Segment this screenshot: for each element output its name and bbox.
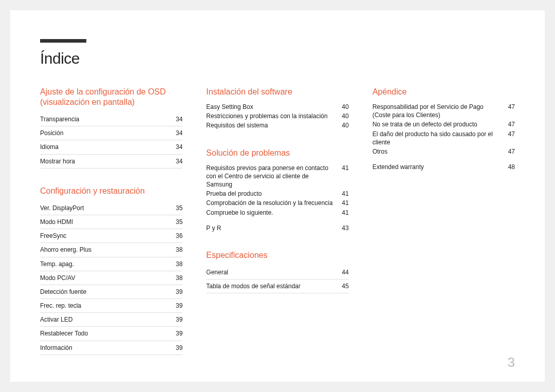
toc-page: 39	[173, 315, 182, 324]
toc-entry[interactable]: Idioma34	[40, 140, 182, 154]
toc-page: 34	[173, 115, 182, 123]
toc-label: Extended warranty	[373, 163, 506, 171]
toc-label: Modo HDMI	[40, 218, 173, 226]
toc-page: 35	[173, 218, 182, 226]
toc-page: 41	[340, 164, 349, 172]
toc-entry[interactable]: Temp. apag.38	[40, 257, 182, 271]
toc-column-3: Apéndice Responsabilidad por el Servicio…	[373, 87, 515, 372]
toc-label: Prueba del producto	[206, 190, 339, 198]
toc-entry[interactable]: Requisitos previos para ponerse en conta…	[206, 163, 348, 190]
toc-entry[interactable]: Transparencia34	[40, 113, 182, 126]
toc-page: 41	[340, 190, 349, 198]
toc-page: 38	[173, 246, 182, 254]
toc-page: 47	[506, 120, 515, 128]
section-heading: Configuración y restauración	[40, 186, 182, 196]
toc-page: 44	[340, 268, 349, 276]
toc-entry[interactable]: P y R43	[206, 223, 348, 233]
section-heading: Apéndice	[373, 87, 515, 97]
toc-page: 39	[173, 288, 182, 296]
toc-entry[interactable]: Modo HDMI35	[40, 215, 182, 229]
toc-page: 35	[173, 204, 182, 212]
toc-section-config: Configuración y restauración Ver. Displa…	[40, 186, 182, 355]
toc-entry[interactable]: Extended warranty48	[373, 162, 515, 172]
toc-label: Ver. DisplayPort	[40, 204, 173, 212]
section-heading: Especificaciones	[206, 250, 348, 260]
toc-label: Idioma	[40, 143, 173, 151]
toc-label: Requisitos del sistema	[206, 121, 339, 129]
toc-entry[interactable]: No se trata de un defecto del producto47	[373, 120, 515, 129]
toc-column-2: Instalación del software Easy Setting Bo…	[206, 87, 348, 372]
toc-section-troubleshoot: Solución de problemas Requisitos previos…	[206, 148, 348, 233]
toc-page: 34	[173, 129, 182, 137]
toc-label: Transparencia	[40, 115, 173, 123]
toc-columns: Ajuste de la configuración de OSD (visua…	[40, 87, 515, 372]
toc-label: Restablecer Todo	[40, 329, 173, 338]
toc-entry[interactable]: Compruebe lo siguiente.41	[206, 208, 348, 217]
toc-label: Modo PC/AV	[40, 274, 173, 282]
page-title: Índice	[40, 50, 515, 67]
toc-section-osd: Ajuste de la configuración de OSD (visua…	[40, 87, 182, 169]
toc-entry[interactable]: Responsabilidad por el Servicio de Pago …	[373, 102, 515, 120]
toc-label: Restricciones y problemas con la instala…	[206, 112, 339, 120]
toc-entry[interactable]: Posición34	[40, 126, 182, 140]
page-number: 3	[508, 354, 515, 370]
toc-entry[interactable]: Restablecer Todo39	[40, 327, 182, 341]
title-accent-bar	[40, 39, 86, 43]
toc-page: 47	[506, 147, 515, 156]
toc-label: Tabla de modos de señal estándar	[206, 282, 339, 290]
toc-page: 39	[173, 302, 182, 310]
toc-label: No se trata de un defecto del producto	[373, 120, 506, 128]
toc-entry[interactable]: Mostrar hora34	[40, 155, 182, 169]
section-heading: Instalación del software	[206, 87, 348, 97]
toc-entry[interactable]: Modo PC/AV38	[40, 271, 182, 285]
toc-page: 34	[173, 157, 182, 165]
toc-entry[interactable]: Easy Setting Box40	[206, 102, 348, 111]
toc-label: Detección fuente	[40, 288, 173, 296]
section-heading: Ajuste de la configuración de OSD (visua…	[40, 87, 182, 107]
toc-page: 40	[340, 103, 349, 111]
toc-label: Posición	[40, 129, 173, 137]
toc-page: 34	[173, 143, 182, 151]
toc-label: Información	[40, 344, 173, 352]
toc-label: Compruebe lo siguiente.	[206, 209, 339, 217]
toc-label: Otros	[373, 147, 506, 156]
toc-entry[interactable]: General44	[206, 266, 348, 279]
toc-entry[interactable]: Prueba del producto41	[206, 189, 348, 198]
toc-entry[interactable]: Otros47	[373, 147, 515, 156]
toc-entry[interactable]: Ver. DisplayPort35	[40, 201, 182, 215]
toc-page: 36	[173, 232, 182, 240]
toc-entry[interactable]: Requisitos del sistema40	[206, 121, 348, 130]
toc-page: 40	[340, 121, 349, 129]
toc-entry[interactable]: Detección fuente39	[40, 285, 182, 299]
toc-column-1: Ajuste de la configuración de OSD (visua…	[40, 87, 182, 372]
toc-entry[interactable]: FreeSync36	[40, 229, 182, 243]
toc-page: 47	[506, 130, 515, 138]
toc-label: Comprobación de la resolución y la frecu…	[206, 199, 339, 207]
toc-entry[interactable]: Información39	[40, 341, 182, 355]
toc-label: Responsabilidad por el Servicio de Pago …	[373, 103, 506, 119]
toc-label: Activar LED	[40, 315, 173, 324]
toc-entry[interactable]: Tabla de modos de señal estándar45	[206, 279, 348, 293]
toc-page: 47	[506, 103, 515, 111]
toc-entry[interactable]: Restricciones y problemas con la instala…	[206, 111, 348, 121]
toc-entry[interactable]: El daño del producto ha sido causado por…	[373, 129, 515, 147]
toc-page: 48	[506, 163, 515, 171]
manual-page: Índice Ajuste de la configuración de OSD…	[10, 10, 545, 382]
toc-label: Mostrar hora	[40, 157, 173, 165]
toc-entry[interactable]: Frec. rep. tecla39	[40, 299, 182, 313]
toc-entry[interactable]: Ahorro energ. Plus38	[40, 243, 182, 257]
toc-page: 45	[340, 282, 349, 290]
toc-entry[interactable]: Activar LED39	[40, 313, 182, 327]
toc-page: 39	[173, 344, 182, 352]
toc-page: 43	[340, 224, 349, 232]
toc-entry[interactable]: Comprobación de la resolución y la frecu…	[206, 198, 348, 208]
toc-label: Easy Setting Box	[206, 103, 339, 111]
toc-page: 39	[173, 329, 182, 338]
toc-page: 38	[173, 274, 182, 282]
toc-page: 38	[173, 260, 182, 268]
toc-label: FreeSync	[40, 232, 173, 240]
toc-label: General	[206, 268, 339, 276]
toc-label: P y R	[206, 224, 339, 232]
toc-page: 41	[340, 209, 349, 217]
toc-section-install: Instalación del software Easy Setting Bo…	[206, 87, 348, 130]
